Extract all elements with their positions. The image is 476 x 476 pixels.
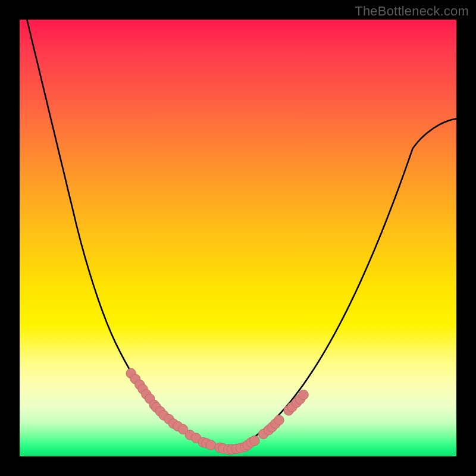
watermark-text: TheBottleneck.com [355, 4, 469, 19]
curve-marker [299, 390, 308, 399]
curve-marker [206, 440, 215, 450]
curve-marker [274, 415, 284, 425]
outer-frame: TheBottleneck.com [0, 0, 476, 476]
curve-marker [250, 436, 259, 445]
chart-svg [0, 0, 476, 476]
bottleneck-curve [20, 0, 456, 451]
